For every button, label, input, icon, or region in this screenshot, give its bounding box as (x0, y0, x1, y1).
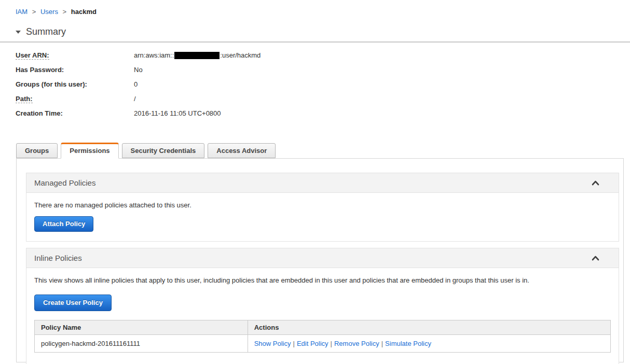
summary-fields: User ARN: arn:aws:iam:::user/hackmd Has … (16, 51, 630, 118)
field-label: User ARN: (16, 51, 134, 60)
field-row-path: Path: / (16, 94, 630, 104)
column-header-actions: Actions (248, 320, 610, 335)
section-inline-policies: Inline Policies This view shows all inli… (26, 248, 619, 364)
field-row-user-arn: User ARN: arn:aws:iam:::user/hackmd (16, 51, 630, 60)
inline-policies-body: This view shows all inline policies that… (26, 268, 619, 364)
summary-header: Summary (16, 26, 630, 37)
chevron-up-icon[interactable] (592, 256, 599, 261)
permissions-tab-panel: Managed Policies There are no managed po… (16, 158, 624, 362)
collapse-caret-icon[interactable] (16, 31, 21, 34)
summary-divider (0, 41, 630, 43)
breadcrumb-link-iam[interactable]: IAM (16, 8, 28, 16)
action-separator: | (293, 340, 295, 347)
field-label: Has Password: (16, 65, 134, 75)
managed-policies-header: Managed Policies (26, 173, 619, 193)
field-label: Groups (for this user): (16, 80, 134, 89)
inline-policies-header: Inline Policies (26, 248, 619, 268)
breadcrumb-separator: > (32, 8, 36, 16)
redacted-account-id (174, 52, 220, 59)
tab-groups[interactable]: Groups (16, 143, 58, 158)
creation-time-value: 2016-11-16 11:05 UTC+0800 (134, 109, 221, 118)
action-separator: | (381, 340, 383, 347)
remove-policy-link[interactable]: Remove Policy (334, 340, 379, 347)
breadcrumb: IAM > Users > hackmd (16, 8, 630, 16)
create-user-policy-button[interactable]: Create User Policy (34, 295, 112, 311)
managed-policies-body: There are no managed policies attached t… (26, 193, 619, 241)
simulate-policy-link[interactable]: Simulate Policy (385, 340, 431, 347)
managed-policies-empty-text: There are no managed policies attached t… (34, 201, 611, 210)
policy-actions-cell: Show Policy|Edit Policy|Remove Policy|Si… (248, 335, 610, 353)
field-label: Path: (16, 94, 134, 104)
column-header-policy-name: Policy Name (35, 320, 248, 335)
edit-policy-link[interactable]: Edit Policy (297, 340, 328, 347)
action-separator: | (331, 340, 332, 347)
table-header-row: Policy Name Actions (35, 320, 611, 335)
managed-policies-title: Managed Policies (34, 178, 95, 187)
inline-policies-description: This view shows all inline policies that… (34, 276, 611, 285)
user-arn-value: arn:aws:iam:::user/hackmd (134, 51, 261, 60)
attach-policy-button[interactable]: Attach Policy (34, 216, 93, 232)
breadcrumb-separator: > (63, 8, 67, 16)
field-row-has-password: Has Password: No (16, 65, 630, 75)
breadcrumb-link-users[interactable]: Users (40, 8, 58, 16)
policy-name-cell: policygen-hackmd-201611161111 (35, 335, 248, 353)
chevron-up-icon[interactable] (592, 180, 599, 186)
tab-security-credentials[interactable]: Security Credentials (122, 143, 205, 158)
groups-count-value: 0 (134, 80, 138, 89)
section-managed-policies: Managed Policies There are no managed po… (26, 173, 619, 242)
field-row-creation-time: Creation Time: 2016-11-16 11:05 UTC+0800 (16, 109, 630, 118)
show-policy-link[interactable]: Show Policy (254, 340, 291, 347)
tab-permissions[interactable]: Permissions (61, 143, 118, 159)
inline-policies-title: Inline Policies (34, 254, 82, 262)
summary-title: Summary (26, 26, 66, 37)
tab-bar: Groups Permissions Security Credentials … (16, 143, 630, 158)
path-value: / (134, 94, 136, 104)
field-row-groups: Groups (for this user): 0 (16, 80, 630, 89)
tab-access-advisor[interactable]: Access Advisor (208, 143, 276, 158)
table-row: policygen-hackmd-201611161111 Show Polic… (35, 335, 611, 353)
field-label: Creation Time: (16, 109, 134, 118)
breadcrumb-current-user: hackmd (71, 8, 97, 16)
has-password-value: No (134, 65, 143, 75)
inline-policies-table: Policy Name Actions policygen-hackmd-201… (34, 320, 611, 353)
